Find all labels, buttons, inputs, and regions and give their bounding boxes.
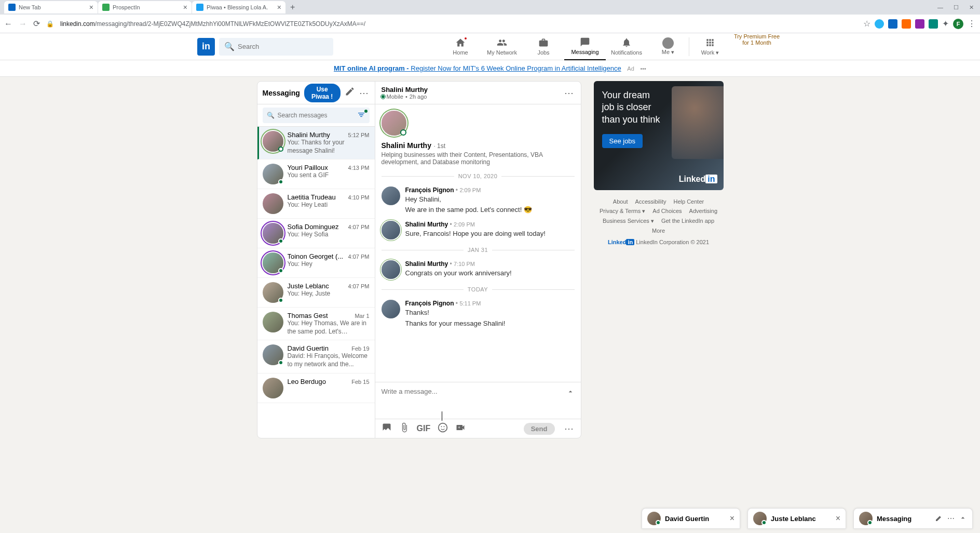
- footer-link[interactable]: Ad Choices: [652, 208, 682, 215]
- tab-close-icon[interactable]: ×: [183, 3, 187, 11]
- url-display[interactable]: linkedin.com/messaging/thread/2-MjE0ZWQ4…: [60, 20, 365, 28]
- minimize-button[interactable]: —: [937, 4, 943, 11]
- tab-close-icon[interactable]: ×: [89, 3, 93, 11]
- tab-close-icon[interactable]: ×: [277, 3, 281, 11]
- message-avatar[interactable]: [382, 221, 400, 239]
- conversation-item[interactable]: Juste Leblanc 4:07 PM You: Hey, Juste: [257, 278, 375, 308]
- extension-icon[interactable]: [875, 19, 884, 29]
- thread-body[interactable]: Shalini Murthy · 1st Helping businesses …: [375, 104, 581, 382]
- reload-button[interactable]: ⟳: [33, 19, 40, 29]
- search-messages[interactable]: 🔍: [263, 108, 370, 123]
- browser-tab[interactable]: Piwaa • Blessing Lola A. ×: [192, 1, 285, 14]
- linkedin-logo[interactable]: in: [197, 38, 215, 56]
- sidebar-ad[interactable]: Your dream job is closer than you think …: [594, 81, 724, 190]
- message-input[interactable]: [382, 388, 555, 403]
- video-icon[interactable]: +: [455, 422, 466, 435]
- more-icon[interactable]: ⋯: [947, 514, 955, 523]
- expand-compose-icon[interactable]: [566, 388, 575, 397]
- conversation-time: Mar 1: [355, 313, 369, 319]
- messaging-overlay-tab[interactable]: Messaging ⋯: [853, 508, 973, 529]
- compose-more-icon[interactable]: ⋯: [564, 423, 575, 434]
- image-icon[interactable]: [382, 422, 392, 435]
- bookmark-star-icon[interactable]: ☆: [863, 19, 870, 29]
- nav-home[interactable]: Home: [440, 33, 481, 60]
- contact-profile-name[interactable]: Shalini Murthy: [382, 141, 431, 150]
- message-sender[interactable]: Shalini Murthy: [405, 260, 448, 268]
- conversation-item[interactable]: Sofia Dominguez 4:07 PM You: Hey Sofia: [257, 219, 375, 248]
- footer-link[interactable]: Advertising: [689, 208, 717, 215]
- chat-tab-avatar: [647, 512, 661, 525]
- emoji-icon[interactable]: [438, 422, 448, 435]
- thread-more-icon[interactable]: ⋯: [564, 87, 575, 99]
- global-search[interactable]: 🔍: [219, 38, 333, 56]
- conversation-item[interactable]: David Guertin Feb 19 David: Hi François,…: [257, 340, 375, 373]
- search-messages-input[interactable]: [278, 112, 354, 119]
- send-button[interactable]: Send: [524, 423, 555, 435]
- ad-menu-icon[interactable]: •••: [640, 65, 646, 72]
- nav-work[interactable]: Work ▾: [689, 33, 731, 60]
- see-jobs-button[interactable]: See jobs: [602, 134, 643, 148]
- extension-icon[interactable]: [888, 19, 897, 29]
- extension-icon[interactable]: [902, 19, 911, 29]
- conversation-avatar: [263, 164, 283, 184]
- message-sender[interactable]: François Pignon: [405, 300, 454, 307]
- conversation-item[interactable]: Toinon Georget (... 4:07 PM You: Hey: [257, 248, 375, 278]
- back-button[interactable]: ←: [4, 19, 12, 29]
- contact-avatar[interactable]: [382, 111, 406, 136]
- message-sender[interactable]: Shalini Murthy: [405, 221, 448, 228]
- chevron-up-icon[interactable]: [959, 514, 967, 524]
- conversation-item[interactable]: Thomas Gest Mar 1 You: Hey Thomas, We ar…: [257, 308, 375, 340]
- browser-tab[interactable]: New Tab ×: [4, 1, 98, 14]
- maximize-button[interactable]: ☐: [954, 4, 959, 11]
- chat-tab-name: David Guertin: [665, 515, 726, 523]
- browser-profile-avatar[interactable]: F: [953, 19, 963, 29]
- footer-link[interactable]: Accessibility: [635, 198, 666, 205]
- footer-link[interactable]: Get the LinkedIn app: [661, 218, 714, 224]
- close-icon[interactable]: ×: [730, 514, 734, 523]
- forward-button[interactable]: →: [19, 19, 27, 29]
- ad-banner-bold: MIT online AI program -: [334, 64, 411, 72]
- footer-link[interactable]: Privacy & Terms ▾: [600, 208, 645, 215]
- message-avatar[interactable]: [382, 300, 400, 318]
- nav-messaging[interactable]: Messaging: [564, 33, 606, 60]
- close-icon[interactable]: ×: [836, 514, 840, 523]
- minimized-chat[interactable]: Juste Leblanc ×: [747, 508, 846, 529]
- tab-favicon: [102, 4, 110, 11]
- minimized-chat[interactable]: David Guertin ×: [642, 508, 740, 529]
- sponsored-banner[interactable]: MIT online AI program - Register Now for…: [0, 60, 980, 77]
- nav-me[interactable]: Me ▾: [647, 33, 689, 60]
- message-sender[interactable]: François Pignon: [405, 186, 454, 194]
- svg-point-2: [444, 426, 445, 427]
- conversation-item[interactable]: Youri Pailloux 4:13 PM You sent a GIF: [257, 159, 375, 189]
- thread-contact-name[interactable]: Shalini Murthy: [382, 86, 428, 94]
- nav-my-network[interactable]: My Network: [481, 33, 523, 60]
- footer-link[interactable]: About: [613, 198, 628, 205]
- conversation-item[interactable]: Shalini Murthy 5:12 PM You: Thanks for y…: [257, 127, 375, 159]
- footer-link[interactable]: Business Services ▾: [603, 218, 654, 224]
- global-search-input[interactable]: [238, 43, 328, 50]
- compose-icon[interactable]: [345, 86, 355, 99]
- extension-icon[interactable]: [915, 19, 924, 29]
- premium-upsell-link[interactable]: Try Premium Free for 1 Month: [731, 33, 783, 60]
- gif-button[interactable]: GIF: [417, 424, 431, 433]
- footer-link[interactable]: More: [652, 228, 665, 234]
- conversation-preview: You sent a GIF: [288, 171, 370, 180]
- browser-tab[interactable]: ProspectIn ×: [98, 1, 192, 14]
- extensions-menu-icon[interactable]: ✦: [942, 19, 949, 29]
- footer-link[interactable]: Help Center: [673, 198, 704, 205]
- compose-icon[interactable]: [935, 514, 943, 524]
- extension-icon[interactable]: [929, 19, 938, 29]
- conversation-item[interactable]: Laetitia Trudeau 4:10 PM You: Hey Leati: [257, 189, 375, 219]
- browser-menu-icon[interactable]: ⋮: [968, 19, 976, 29]
- new-tab-button[interactable]: +: [286, 3, 299, 12]
- use-piwaa-button[interactable]: Use Piwaa !: [304, 84, 341, 102]
- nav-notifications[interactable]: Notifications: [606, 33, 647, 60]
- message-avatar[interactable]: [382, 260, 400, 279]
- attachment-icon[interactable]: [399, 422, 410, 435]
- conversation-item[interactable]: Leo Berdugo Feb 15: [257, 374, 375, 403]
- nav-jobs[interactable]: Jobs: [523, 33, 564, 60]
- close-window-button[interactable]: ✕: [969, 4, 974, 11]
- message-avatar[interactable]: [382, 186, 400, 205]
- conversation-more-icon[interactable]: ⋯: [359, 87, 370, 99]
- filter-icon[interactable]: [357, 111, 365, 121]
